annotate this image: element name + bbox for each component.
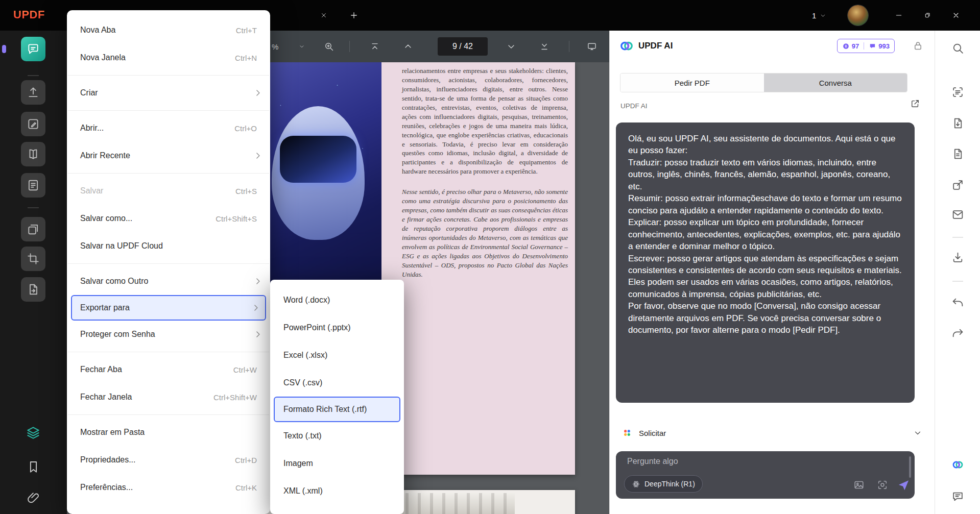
menu-item-proteger-com-senha[interactable]: Proteger com Senha <box>67 321 270 348</box>
menu-item-shortcut: Ctrl+Shift+W <box>213 393 257 402</box>
menu-item-salvar-como[interactable]: Salvar como...Ctrl+Shift+S <box>67 205 270 232</box>
toolbar-separator <box>569 41 569 52</box>
feedback-button[interactable] <box>951 490 964 503</box>
menu-item-label: Propriedades... <box>80 455 136 464</box>
submenu-item-formato-rich-text-rtf[interactable]: Formato Rich Text (.rtf) <box>274 397 400 422</box>
zoom-in-button[interactable] <box>321 38 337 55</box>
external-link-icon[interactable] <box>910 99 920 109</box>
reader-tool-button[interactable] <box>21 142 45 166</box>
organize-pages-tool-icon <box>27 223 40 236</box>
maximize-button[interactable] <box>918 7 937 23</box>
zoom-in-icon <box>324 41 334 52</box>
menu-item-preferencias[interactable]: Preferências...Ctrl+K <box>67 474 270 501</box>
organize-pages-tool-button[interactable] <box>21 217 45 241</box>
zoom-dropdown-button[interactable] <box>294 38 310 55</box>
send-button[interactable] <box>897 478 911 492</box>
ocr-button[interactable] <box>951 86 964 99</box>
grid-dots-icon <box>622 428 632 438</box>
minimize-button[interactable] <box>890 7 908 23</box>
tab-pedir-pdf[interactable]: Pedir PDF <box>620 74 764 92</box>
form-tool-button[interactable] <box>21 173 45 198</box>
menu-item-mostrar-em-pasta[interactable]: Mostrar em Pasta <box>67 419 270 446</box>
screenshot-button[interactable] <box>877 479 888 491</box>
document-button[interactable] <box>951 148 964 160</box>
request-dropdown[interactable]: Solicitar <box>622 422 922 444</box>
undo-icon <box>951 296 964 309</box>
layers-button[interactable] <box>26 425 41 440</box>
comment-tool-button[interactable] <box>21 37 45 61</box>
share-button[interactable] <box>951 179 964 191</box>
menu-item-nova-aba[interactable]: Nova AbaCtrl+T <box>67 16 270 44</box>
menu-separator <box>68 414 269 415</box>
credits-badge[interactable]: 97 993 <box>837 39 895 53</box>
updf-ai-button[interactable] <box>951 458 964 471</box>
menu-item-salvar-na-updf-cloud[interactable]: Salvar na UPDF Cloud <box>67 232 270 260</box>
ai-message-line: Por favor, observe que no modo [Conversa… <box>628 300 902 336</box>
menu-item-salvar-como-outro[interactable]: Salvar como Outro <box>67 267 270 295</box>
new-tab-button[interactable] <box>346 8 362 23</box>
first-page-button[interactable] <box>367 38 383 55</box>
ai-panel-title: UPDF AI <box>638 41 673 51</box>
menu-item-exportar-para[interactable]: Exportar para <box>71 295 266 321</box>
ai-welcome-message: Olá, eu sou UPDF AI, seu assistente de d… <box>616 123 915 403</box>
to-bottom-icon <box>539 41 549 52</box>
attachment-icon <box>27 491 40 504</box>
redo-button[interactable] <box>951 327 964 339</box>
menu-item-abrir[interactable]: Abrir...Ctrl+O <box>67 114 270 142</box>
last-page-button[interactable] <box>536 38 553 55</box>
redo-icon <box>951 327 964 339</box>
close-window-button[interactable] <box>947 7 965 23</box>
menu-item-fechar-aba[interactable]: Fechar AbaCtrl+W <box>67 356 270 383</box>
crop-pages-tool-button[interactable] <box>21 247 45 271</box>
menu-item-label: Exportar para <box>80 303 130 312</box>
chat-input[interactable]: Pergunte algo <box>627 457 678 466</box>
export-submenu: Word (.docx)PowerPoint (.pptx)Excel (.xl… <box>270 280 404 514</box>
assistant-label: UPDF AI <box>620 102 648 110</box>
toolbar-separator <box>349 41 350 52</box>
lock-icon[interactable] <box>913 40 923 51</box>
menu-item-shortcut: Ctrl+K <box>235 483 257 492</box>
save-icon <box>951 251 964 264</box>
menu-item-salvar[interactable]: SalvarCtrl+S <box>67 177 270 205</box>
avatar[interactable] <box>848 5 868 26</box>
menu-item-nova-janela[interactable]: Nova JanelaCtrl+N <box>67 44 270 71</box>
submenu-item-imagem[interactable]: Imagem <box>270 450 404 477</box>
mail-button[interactable] <box>951 208 964 221</box>
submenu-item-excel-xlsx[interactable]: Excel (.xlsx) <box>270 341 404 369</box>
undo-button[interactable] <box>951 296 964 309</box>
menu-item-propriedades[interactable]: Propriedades...Ctrl+D <box>67 446 270 474</box>
submenu-item-label: Excel (.xlsx) <box>283 351 327 360</box>
page-indicator[interactable]: 9 / 42 <box>438 37 488 56</box>
tab-close-button[interactable] <box>317 8 331 22</box>
search-button[interactable] <box>951 42 964 55</box>
deepthink-toggle[interactable]: DeepThink (R1) <box>624 475 703 493</box>
attachment-button[interactable] <box>27 491 40 504</box>
submenu-item-texto-txt[interactable]: Texto (.txt) <box>270 422 404 450</box>
menu-item-abrir-recente[interactable]: Abrir Recente <box>67 142 270 169</box>
tab-conversa[interactable]: Conversa <box>764 74 907 92</box>
previous-page-button[interactable] <box>400 38 416 55</box>
submenu-item-word-docx[interactable]: Word (.docx) <box>270 286 404 314</box>
ai-mode-tabs: Pedir PDF Conversa <box>620 73 907 92</box>
tab-list-dropdown[interactable]: 1 <box>812 0 826 31</box>
chevron-right-icon <box>253 151 263 161</box>
save-button[interactable] <box>951 251 964 264</box>
menu-separator <box>68 263 269 264</box>
submenu-item-csv-csv[interactable]: CSV (.csv) <box>270 369 404 397</box>
presentation-mode-button[interactable] <box>584 38 600 55</box>
edit-pdf-tool-button[interactable] <box>21 112 45 136</box>
menu-item-fechar-janela[interactable]: Fechar JanelaCtrl+Shift+W <box>67 383 270 411</box>
next-page-button[interactable] <box>503 38 519 55</box>
convert-tool-button[interactable] <box>21 277 45 302</box>
submenu-item-powerpoint-pptx[interactable]: PowerPoint (.pptx) <box>270 314 404 341</box>
chat-input-card[interactable]: Pergunte algo DeepThink (R1) <box>616 451 915 499</box>
right-toolbar <box>935 31 980 514</box>
bookmark-button[interactable] <box>27 460 40 474</box>
page-extract-button[interactable] <box>951 117 964 130</box>
menu-item-criar[interactable]: Criar <box>67 79 270 107</box>
share-tool-button[interactable] <box>21 80 45 105</box>
convert-tool-icon <box>27 283 40 296</box>
submenu-item-xml-xml[interactable]: XML (.xml) <box>270 477 404 505</box>
attach-image-button[interactable] <box>853 479 865 491</box>
input-scrollbar[interactable] <box>909 456 911 478</box>
